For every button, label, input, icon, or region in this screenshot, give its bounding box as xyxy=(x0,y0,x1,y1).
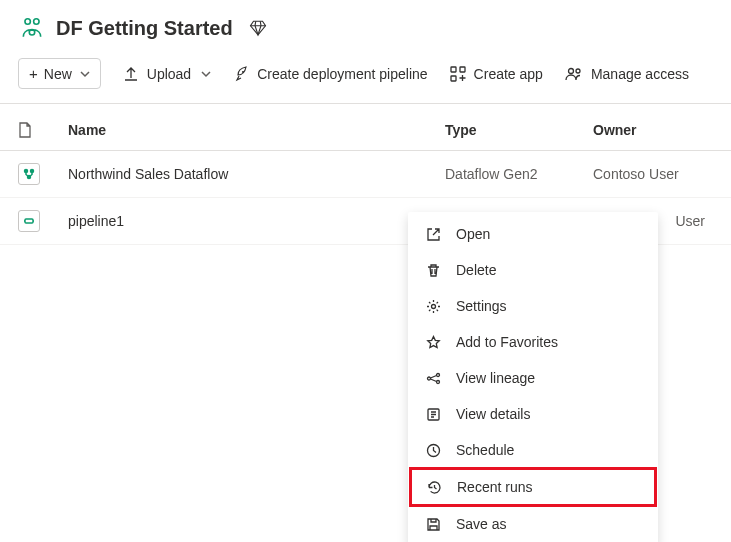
svg-point-1 xyxy=(34,19,39,24)
details-icon xyxy=(424,405,442,423)
manage-access-button[interactable]: Manage access xyxy=(565,66,689,82)
menu-save-as-label: Save as xyxy=(456,516,507,532)
row-name-cell[interactable]: pipeline1 xyxy=(68,213,445,229)
create-pipeline-button[interactable]: Create deployment pipeline xyxy=(233,66,427,82)
menu-settings-label: Settings xyxy=(456,298,507,314)
menu-delete-label: Delete xyxy=(456,262,496,278)
toolbar: + New Upload Create deployment pipeline xyxy=(0,50,731,104)
star-icon xyxy=(424,333,442,351)
svg-rect-11 xyxy=(25,219,33,223)
col-name-header[interactable]: Name xyxy=(68,122,445,138)
svg-point-2 xyxy=(29,30,34,35)
app-icon xyxy=(450,66,466,82)
table-row[interactable]: Northwind Sales Dataflow Dataflow Gen2 C… xyxy=(0,151,731,198)
row-owner-cell: Contoso User xyxy=(593,166,713,182)
menu-lineage[interactable]: View lineage xyxy=(408,360,658,396)
svg-point-9 xyxy=(31,170,34,173)
row-icon-cell xyxy=(18,210,68,232)
col-owner-header[interactable]: Owner xyxy=(593,122,713,138)
save-icon xyxy=(424,515,442,533)
upload-button[interactable]: Upload xyxy=(123,66,211,82)
new-button-label: New xyxy=(44,66,72,82)
menu-save-as[interactable]: Save as xyxy=(408,506,658,542)
svg-point-7 xyxy=(576,69,580,73)
workspace-title: DF Getting Started xyxy=(56,17,233,40)
chevron-down-icon xyxy=(201,69,211,79)
col-icon-header xyxy=(18,122,68,138)
svg-rect-3 xyxy=(451,67,456,72)
open-icon xyxy=(424,225,442,243)
menu-delete[interactable]: Delete xyxy=(408,252,658,288)
menu-schedule[interactable]: Schedule xyxy=(408,432,658,468)
row-icon-cell xyxy=(18,163,68,185)
rocket-icon xyxy=(233,66,249,82)
menu-favorites[interactable]: Add to Favorites xyxy=(408,324,658,360)
lineage-icon xyxy=(424,369,442,387)
svg-rect-5 xyxy=(451,76,456,81)
gear-icon xyxy=(424,297,442,315)
create-app-button[interactable]: Create app xyxy=(450,66,543,82)
diamond-icon xyxy=(249,19,267,37)
manage-access-label: Manage access xyxy=(591,66,689,82)
create-app-label: Create app xyxy=(474,66,543,82)
row-name-cell[interactable]: Northwind Sales Dataflow xyxy=(68,166,445,182)
svg-point-12 xyxy=(431,304,435,308)
people-icon xyxy=(565,66,583,82)
table-header: Name Type Owner xyxy=(0,104,731,151)
menu-schedule-label: Schedule xyxy=(456,442,514,458)
history-icon xyxy=(425,478,443,496)
col-type-header[interactable]: Type xyxy=(445,122,593,138)
context-menu: Open Delete Settings Add to Favorites xyxy=(408,212,658,542)
menu-details[interactable]: View details xyxy=(408,396,658,432)
menu-details-label: View details xyxy=(456,406,530,422)
workspace-header: DF Getting Started xyxy=(0,0,731,50)
chevron-down-icon xyxy=(80,69,90,79)
svg-point-13 xyxy=(427,377,430,380)
plus-icon: + xyxy=(29,65,38,82)
svg-point-6 xyxy=(568,68,573,73)
trash-icon xyxy=(424,261,442,279)
svg-point-15 xyxy=(436,380,439,383)
workspace-icon xyxy=(18,14,46,42)
create-pipeline-label: Create deployment pipeline xyxy=(257,66,427,82)
svg-point-8 xyxy=(25,170,28,173)
svg-rect-4 xyxy=(460,67,465,72)
upload-icon xyxy=(123,66,139,82)
menu-recent-runs[interactable]: Recent runs xyxy=(409,467,657,507)
dataflow-icon xyxy=(18,163,40,185)
new-button[interactable]: + New xyxy=(18,58,101,89)
clock-icon xyxy=(424,441,442,459)
svg-point-14 xyxy=(436,373,439,376)
menu-lineage-label: View lineage xyxy=(456,370,535,386)
upload-label: Upload xyxy=(147,66,191,82)
pipeline-icon xyxy=(18,210,40,232)
menu-open[interactable]: Open xyxy=(408,216,658,252)
menu-open-label: Open xyxy=(456,226,490,242)
svg-point-0 xyxy=(25,19,30,24)
row-type-cell: Dataflow Gen2 xyxy=(445,166,593,182)
menu-settings[interactable]: Settings xyxy=(408,288,658,324)
menu-recent-runs-label: Recent runs xyxy=(457,479,532,495)
menu-favorites-label: Add to Favorites xyxy=(456,334,558,350)
